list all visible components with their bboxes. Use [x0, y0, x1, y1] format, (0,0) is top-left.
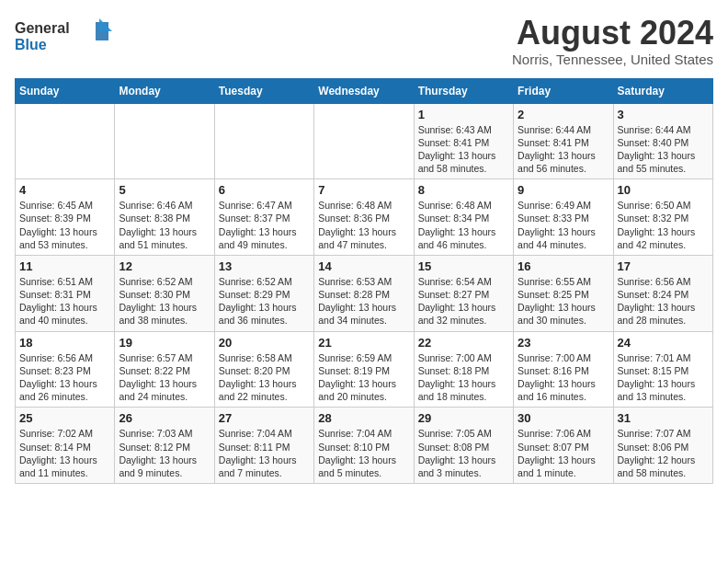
calendar-cell: 17Sunrise: 6:56 AMSunset: 8:24 PMDayligh… — [613, 255, 712, 331]
calendar-cell: 27Sunrise: 7:04 AMSunset: 8:11 PMDayligh… — [214, 408, 313, 484]
calendar-cell: 20Sunrise: 6:58 AMSunset: 8:20 PMDayligh… — [214, 331, 313, 408]
day-info: Sunrise: 7:07 AMSunset: 8:06 PMDaylight:… — [618, 427, 709, 479]
day-number: 20 — [219, 336, 310, 350]
calendar-cell: 25Sunrise: 7:02 AMSunset: 8:14 PMDayligh… — [16, 408, 115, 484]
calendar-cell: 12Sunrise: 6:52 AMSunset: 8:30 PMDayligh… — [115, 255, 214, 331]
calendar-cell — [16, 103, 115, 179]
logo-text: General Blue — [15, 15, 116, 59]
day-number: 18 — [19, 336, 110, 350]
calendar-cell — [214, 103, 313, 179]
header-cell-friday: Friday — [514, 78, 613, 103]
calendar-cell: 2Sunrise: 6:44 AMSunset: 8:41 PMDaylight… — [514, 103, 613, 179]
calendar-cell: 23Sunrise: 7:00 AMSunset: 8:16 PMDayligh… — [514, 331, 613, 408]
day-info: Sunrise: 6:54 AMSunset: 8:27 PMDaylight:… — [418, 275, 509, 327]
calendar-cell: 6Sunrise: 6:47 AMSunset: 8:37 PMDaylight… — [214, 179, 313, 256]
calendar-cell: 30Sunrise: 7:06 AMSunset: 8:07 PMDayligh… — [514, 408, 613, 484]
day-number: 19 — [119, 336, 210, 350]
calendar-cell: 3Sunrise: 6:44 AMSunset: 8:40 PMDaylight… — [613, 103, 712, 179]
calendar-cell: 28Sunrise: 7:04 AMSunset: 8:10 PMDayligh… — [314, 408, 414, 484]
calendar-cell: 21Sunrise: 6:59 AMSunset: 8:19 PMDayligh… — [314, 331, 414, 408]
day-info: Sunrise: 6:51 AMSunset: 8:31 PMDaylight:… — [19, 275, 110, 327]
calendar-cell: 31Sunrise: 7:07 AMSunset: 8:06 PMDayligh… — [613, 408, 712, 484]
day-info: Sunrise: 7:02 AMSunset: 8:14 PMDaylight:… — [19, 427, 110, 479]
day-info: Sunrise: 7:00 AMSunset: 8:18 PMDaylight:… — [418, 351, 509, 404]
header-cell-wednesday: Wednesday — [314, 78, 414, 103]
day-number: 10 — [618, 183, 709, 197]
calendar-cell — [314, 103, 414, 179]
day-info: Sunrise: 6:48 AMSunset: 8:36 PMDaylight:… — [318, 199, 409, 251]
day-info: Sunrise: 6:59 AMSunset: 8:19 PMDaylight:… — [318, 351, 409, 404]
calendar-cell: 7Sunrise: 6:48 AMSunset: 8:36 PMDaylight… — [314, 179, 414, 256]
day-number: 22 — [418, 336, 509, 350]
calendar-cell: 19Sunrise: 6:57 AMSunset: 8:22 PMDayligh… — [115, 331, 214, 408]
calendar-cell: 14Sunrise: 6:53 AMSunset: 8:28 PMDayligh… — [314, 255, 414, 331]
day-info: Sunrise: 6:43 AMSunset: 8:41 PMDaylight:… — [418, 123, 509, 176]
svg-text:General: General — [15, 20, 70, 36]
calendar-body: 1Sunrise: 6:43 AMSunset: 8:41 PMDaylight… — [16, 103, 713, 483]
day-number: 2 — [518, 108, 609, 121]
svg-text:Blue: Blue — [15, 37, 47, 52]
svg-marker-3 — [99, 18, 112, 31]
calendar-cell: 10Sunrise: 6:50 AMSunset: 8:32 PMDayligh… — [613, 179, 712, 256]
calendar-cell: 18Sunrise: 6:56 AMSunset: 8:23 PMDayligh… — [16, 331, 115, 408]
day-number: 12 — [119, 259, 210, 273]
day-number: 7 — [318, 183, 409, 197]
day-number: 23 — [518, 336, 609, 350]
day-info: Sunrise: 6:55 AMSunset: 8:25 PMDaylight:… — [518, 275, 609, 327]
header-cell-sunday: Sunday — [16, 78, 115, 103]
calendar-cell — [115, 103, 214, 179]
header-row: SundayMondayTuesdayWednesdayThursdayFrid… — [16, 78, 713, 103]
calendar-cell: 5Sunrise: 6:46 AMSunset: 8:38 PMDaylight… — [115, 179, 214, 256]
day-number: 21 — [318, 336, 409, 350]
day-info: Sunrise: 6:57 AMSunset: 8:22 PMDaylight:… — [119, 351, 210, 404]
calendar-table: SundayMondayTuesdayWednesdayThursdayFrid… — [15, 78, 713, 484]
day-number: 11 — [19, 259, 110, 273]
day-number: 29 — [418, 411, 509, 425]
day-number: 3 — [618, 108, 709, 121]
day-number: 17 — [618, 259, 709, 273]
day-info: Sunrise: 6:56 AMSunset: 8:24 PMDaylight:… — [618, 275, 709, 327]
calendar-cell: 1Sunrise: 6:43 AMSunset: 8:41 PMDaylight… — [414, 103, 513, 179]
week-row-3: 18Sunrise: 6:56 AMSunset: 8:23 PMDayligh… — [16, 331, 713, 408]
day-info: Sunrise: 6:52 AMSunset: 8:30 PMDaylight:… — [119, 275, 210, 327]
header-cell-thursday: Thursday — [414, 78, 513, 103]
day-number: 28 — [318, 411, 409, 425]
day-info: Sunrise: 6:45 AMSunset: 8:39 PMDaylight:… — [19, 199, 110, 251]
calendar-cell: 22Sunrise: 7:00 AMSunset: 8:18 PMDayligh… — [414, 331, 513, 408]
day-number: 5 — [119, 183, 210, 197]
day-number: 14 — [318, 259, 409, 273]
day-info: Sunrise: 7:04 AMSunset: 8:11 PMDaylight:… — [219, 427, 310, 479]
day-info: Sunrise: 6:44 AMSunset: 8:41 PMDaylight:… — [518, 123, 609, 176]
day-number: 4 — [19, 183, 110, 197]
month-year: August 2024 — [512, 15, 713, 52]
logo: General Blue — [15, 15, 116, 59]
location: Norris, Tennessee, United States — [512, 52, 713, 67]
day-number: 16 — [518, 259, 609, 273]
header-cell-monday: Monday — [115, 78, 214, 103]
logo-svg: General Blue — [15, 15, 116, 55]
day-info: Sunrise: 7:04 AMSunset: 8:10 PMDaylight:… — [318, 427, 409, 479]
day-info: Sunrise: 6:58 AMSunset: 8:20 PMDaylight:… — [219, 351, 310, 404]
day-info: Sunrise: 7:03 AMSunset: 8:12 PMDaylight:… — [119, 427, 210, 479]
day-number: 9 — [518, 183, 609, 197]
day-info: Sunrise: 6:47 AMSunset: 8:37 PMDaylight:… — [219, 199, 310, 251]
day-number: 25 — [19, 411, 110, 425]
week-row-2: 11Sunrise: 6:51 AMSunset: 8:31 PMDayligh… — [16, 255, 713, 331]
calendar-cell: 29Sunrise: 7:05 AMSunset: 8:08 PMDayligh… — [414, 408, 513, 484]
calendar-cell: 8Sunrise: 6:48 AMSunset: 8:34 PMDaylight… — [414, 179, 513, 256]
day-info: Sunrise: 7:01 AMSunset: 8:15 PMDaylight:… — [618, 351, 709, 404]
day-number: 13 — [219, 259, 310, 273]
day-number: 24 — [618, 336, 709, 350]
day-info: Sunrise: 7:06 AMSunset: 8:07 PMDaylight:… — [518, 427, 609, 479]
header-cell-tuesday: Tuesday — [214, 78, 313, 103]
page-header: General Blue August 2024 Norris, Tenness… — [15, 15, 713, 67]
day-info: Sunrise: 6:46 AMSunset: 8:38 PMDaylight:… — [119, 199, 210, 251]
day-info: Sunrise: 6:56 AMSunset: 8:23 PMDaylight:… — [19, 351, 110, 404]
calendar-cell: 16Sunrise: 6:55 AMSunset: 8:25 PMDayligh… — [514, 255, 613, 331]
day-number: 31 — [618, 411, 709, 425]
day-number: 26 — [119, 411, 210, 425]
day-number: 30 — [518, 411, 609, 425]
calendar-cell: 11Sunrise: 6:51 AMSunset: 8:31 PMDayligh… — [16, 255, 115, 331]
week-row-1: 4Sunrise: 6:45 AMSunset: 8:39 PMDaylight… — [16, 179, 713, 256]
day-number: 27 — [219, 411, 310, 425]
